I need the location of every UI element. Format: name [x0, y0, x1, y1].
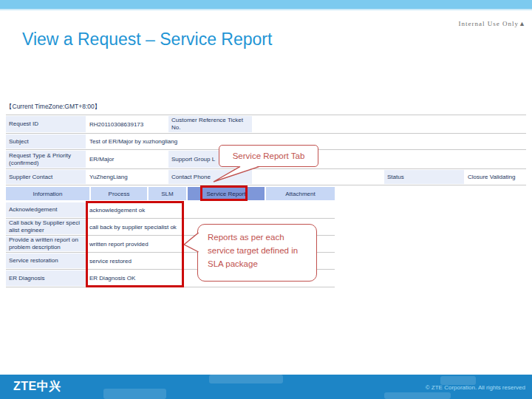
top-accent-bar — [0, 0, 532, 10]
field-value-request-type: ER/Major — [89, 151, 166, 168]
report-row-label: Acknowledgement — [6, 202, 86, 217]
footer-copyright: © ZTE Corporation. All rights reserved — [426, 384, 525, 391]
slide: Internal Use Only▲ View a Request – Serv… — [0, 0, 532, 399]
report-row-label: ER Diagnosis — [6, 270, 86, 286]
report-row-label: Service restoration — [6, 253, 86, 268]
page-title: View a Request – Service Report — [22, 30, 272, 50]
callout-sla-reports: Reports as per each service target defin… — [197, 224, 317, 282]
footer-decoration — [384, 392, 451, 399]
service-report-tab-highlight-rect — [200, 185, 248, 201]
grid-line — [6, 133, 526, 134]
field-label-customer-ref: Customer Reference Ticket No. — [168, 116, 252, 132]
field-value-supplier-contact: YuZhengLiang — [89, 170, 166, 184]
footer-decoration — [103, 389, 166, 399]
field-label-request-id: Request ID — [6, 116, 86, 132]
report-row-label: Call back by Supplier specialist enginee… — [6, 219, 86, 234]
tab-attachment[interactable]: Attachment — [266, 187, 335, 200]
timezone-note: 【Current TimeZone:GMT+8:00】 — [6, 103, 100, 112]
field-value-request-id: RH20110308639173 — [89, 116, 166, 132]
field-value-subject: Test of ER/Major by xuzhongliang — [89, 134, 237, 149]
field-label-status: Status — [384, 170, 464, 184]
footer-decoration — [209, 375, 283, 383]
classification-label: Internal Use Only▲ — [459, 20, 526, 27]
grid-line — [6, 185, 526, 185]
field-label-contact-phone: Contact Phone — [168, 170, 252, 184]
field-label-supplier-contact: Supplier Contact — [6, 170, 86, 184]
tab-information[interactable]: Information — [6, 187, 89, 200]
grid-line — [6, 115, 526, 115]
zte-logo: ZTE中兴 — [13, 379, 61, 395]
report-values-highlight-rect — [86, 201, 184, 287]
field-label-request-type: Request Type & Priority (confirmed) — [6, 151, 86, 168]
report-row-label: Provide a written report on problem desc… — [6, 236, 86, 251]
grid-line — [6, 168, 526, 169]
tab-slm[interactable]: SLM — [149, 187, 186, 200]
tab-process[interactable]: Process — [91, 187, 147, 200]
callout-service-report-tab: Service Report Tab — [219, 145, 318, 167]
field-value-status: Closure Validating — [468, 170, 527, 184]
field-label-subject: Subject — [6, 134, 86, 149]
